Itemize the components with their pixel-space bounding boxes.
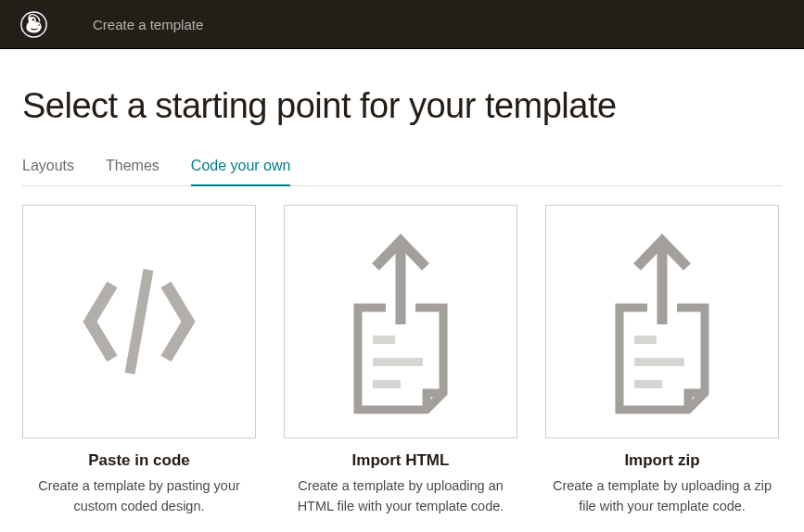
main-content: Select a starting point for your templat… xyxy=(0,49,804,517)
code-brackets-icon xyxy=(51,257,227,386)
page-title: Select a starting point for your templat… xyxy=(22,86,782,126)
svg-rect-12 xyxy=(634,358,684,366)
svg-rect-13 xyxy=(634,380,662,388)
card-title: Import HTML xyxy=(284,451,517,470)
card-paste-in-code[interactable]: Paste in code Create a template by pasti… xyxy=(22,205,256,517)
svg-rect-7 xyxy=(373,336,395,344)
card-image xyxy=(284,205,517,438)
svg-point-2 xyxy=(32,19,33,20)
card-description: Create a template by uploading an HTML f… xyxy=(284,475,517,517)
card-import-zip[interactable]: Import zip Create a template by uploadin… xyxy=(545,205,779,517)
breadcrumb[interactable]: Create a template xyxy=(93,17,203,32)
card-image xyxy=(545,205,779,438)
card-image xyxy=(22,205,256,438)
mailchimp-logo[interactable] xyxy=(19,9,48,39)
cards-row: Paste in code Create a template by pasti… xyxy=(22,205,782,517)
card-title: Paste in code xyxy=(22,451,256,470)
card-description: Create a template by uploading a zip fil… xyxy=(545,475,779,517)
tab-code-your-own[interactable]: Code your own xyxy=(191,158,291,185)
svg-rect-9 xyxy=(373,380,401,388)
svg-line-5 xyxy=(130,270,148,374)
card-description: Create a template by pasting your custom… xyxy=(22,475,256,517)
upload-file-icon xyxy=(597,224,727,419)
svg-rect-8 xyxy=(373,358,423,366)
svg-point-4 xyxy=(38,24,40,26)
upload-file-icon xyxy=(336,224,466,419)
topbar: Create a template xyxy=(0,0,804,49)
card-title: Import zip xyxy=(545,451,779,470)
card-import-html[interactable]: Import HTML Create a template by uploadi… xyxy=(284,205,517,517)
tabs: Layouts Themes Code your own xyxy=(22,158,782,186)
tab-themes[interactable]: Themes xyxy=(106,158,160,185)
tab-layouts[interactable]: Layouts xyxy=(22,158,74,185)
svg-rect-11 xyxy=(634,336,657,344)
